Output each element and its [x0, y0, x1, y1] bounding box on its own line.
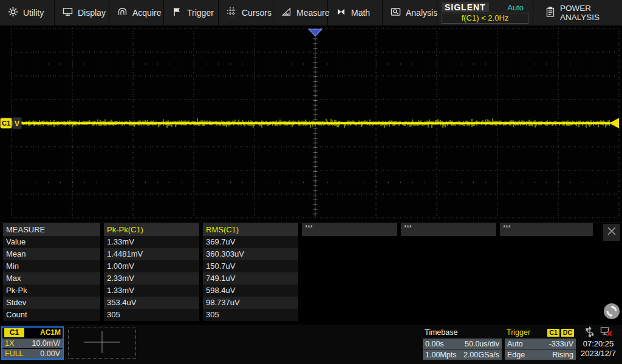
- reset-statistics-button[interactable]: [603, 303, 620, 320]
- close-icon: [606, 225, 618, 240]
- measure-icon: [281, 7, 292, 19]
- menu-item-acquire[interactable]: Acquire: [109, 0, 164, 25]
- add-channel-placeholder[interactable]: [68, 328, 136, 359]
- waveform-display[interactable]: C1 V: [0, 25, 622, 223]
- measure-cell: [302, 272, 397, 285]
- circular-arrows-icon: [603, 311, 620, 322]
- measure-cell: [401, 248, 496, 260]
- measure-panel: MEASURE Pk-Pk(C1) RMS(C1) *** *** *** Va…: [0, 223, 622, 325]
- channel1-status-box[interactable]: C1 AC1M 1X 10.0mV/ FULL 0.00V: [1, 326, 64, 360]
- measure-cell: 749.1uV: [203, 272, 298, 285]
- measure-column-empty-3[interactable]: ***: [500, 223, 593, 236]
- timebase-title: Timebase: [425, 328, 457, 337]
- channel1-coupling: AC1M: [40, 328, 61, 337]
- channel1-offset: 0.00V: [40, 349, 60, 358]
- measure-close-button[interactable]: [603, 224, 620, 241]
- measure-row-label: Pk-Pk: [3, 285, 100, 297]
- measure-column-empty-1[interactable]: ***: [302, 223, 397, 236]
- measure-column-empty-2[interactable]: ***: [401, 223, 496, 236]
- measure-cell: 305: [104, 309, 199, 321]
- measure-cell: [500, 309, 593, 321]
- trigger-mode: Auto: [507, 340, 523, 348]
- measure-column-rms[interactable]: RMS(C1): [203, 223, 298, 236]
- trigger-type: Edge: [507, 351, 525, 359]
- measure-cell: [302, 248, 397, 260]
- channel1-bandwidth: FULL: [5, 349, 24, 358]
- measure-cell: [500, 297, 593, 309]
- measure-row-label: Value: [3, 236, 100, 248]
- menu-item-power-analysis[interactable]: POWER ANALYSIS: [533, 0, 622, 25]
- lan-disconnected-icon: [600, 326, 612, 339]
- measure-cell: [302, 285, 397, 297]
- menu-item-measure[interactable]: Measure: [273, 0, 328, 25]
- trigger-level: -333uV: [549, 340, 573, 348]
- measure-row-label: Min: [3, 260, 100, 272]
- measure-cell: 1.33mV: [104, 285, 199, 297]
- trigger-status-box[interactable]: Trigger C1 DC Auto -333uV Edge Rising: [505, 327, 576, 360]
- menu-item-analysis[interactable]: Analysis: [383, 0, 437, 25]
- measure-cell: [500, 285, 593, 297]
- measure-cell: 1.00mV: [104, 260, 199, 272]
- measure-cell: [500, 248, 593, 260]
- measure-row: Count305305: [0, 309, 622, 321]
- menu-item-label: POWER ANALYSIS: [560, 4, 622, 22]
- math-icon: [336, 7, 346, 19]
- channel1-trace[interactable]: [13, 122, 610, 124]
- measure-header-row: MEASURE Pk-Pk(C1) RMS(C1) *** *** ***: [0, 223, 622, 236]
- clipboard-icon: [545, 7, 555, 19]
- clock-date: 2023/12/7: [581, 349, 616, 359]
- system-status-zone: 07:20:25 2023/12/7: [576, 327, 621, 362]
- display-icon: [63, 7, 73, 19]
- crosshair-icon: [83, 330, 121, 356]
- measure-column-pkpk[interactable]: Pk-Pk(C1): [104, 223, 199, 236]
- menu-item-math[interactable]: Math: [328, 0, 383, 25]
- menu-item-cursors[interactable]: Cursors: [219, 0, 273, 25]
- channel1-offset-marker[interactable]: C1 V: [1, 118, 22, 129]
- measure-cell: [401, 297, 496, 309]
- measure-panel-title: MEASURE: [3, 223, 100, 236]
- measure-row: Pk-Pk1.33mV598.4uV: [0, 285, 622, 297]
- measure-row: Min1.00mV150.7uV: [0, 260, 622, 272]
- graticule-and-trace: C1 V: [0, 25, 622, 223]
- menu-item-label: Math: [351, 8, 370, 18]
- measure-cell: [500, 272, 593, 285]
- svg-text:V: V: [15, 120, 20, 128]
- menu-item-trigger[interactable]: Trigger: [164, 0, 219, 25]
- menu-item-label: Trigger: [187, 8, 214, 18]
- measure-cell: [302, 260, 397, 272]
- menu-item-label: Display: [78, 8, 106, 18]
- menu-item-display[interactable]: Display: [55, 0, 109, 25]
- menu-item-label: Utility: [23, 8, 44, 18]
- analysis-icon: [391, 7, 401, 19]
- cursors-icon: [227, 7, 237, 19]
- clock-time: 07:20:25: [583, 339, 614, 349]
- timebase-samplerate: 2.00GSa/s: [463, 351, 499, 359]
- trigger-frequency-readout: f(C1) < 2.0Hz: [442, 13, 528, 24]
- measure-row-label: Stdev: [3, 297, 100, 309]
- channel1-scale: 10.0mV/: [32, 339, 60, 348]
- measure-cell: 1.4481mV: [104, 248, 199, 260]
- menu-item-label: Acquire: [132, 8, 161, 18]
- brand-logo: SIGLENT: [442, 2, 489, 12]
- menu-item-label: Analysis: [406, 8, 437, 18]
- trigger-level-marker[interactable]: [609, 118, 619, 129]
- trigger-position-marker[interactable]: [309, 29, 322, 36]
- measure-cell: 98.737uV: [203, 297, 298, 309]
- measure-cell: [302, 309, 397, 321]
- timebase-scale: 50.0us/div: [465, 340, 499, 348]
- timebase-status-box[interactable]: Timebase 0.00s 50.0us/div 1.00Mpts 2.00G…: [423, 327, 502, 360]
- measure-rows: Value1.33mV369.7uVMean1.4481mV360.303uVM…: [0, 236, 622, 321]
- trigger-coupling-badge: DC: [561, 329, 574, 337]
- channel1-probe: 1X: [5, 339, 14, 348]
- menu-item-utility[interactable]: Utility: [0, 0, 55, 25]
- measure-cell: [302, 297, 397, 309]
- status-bar: C1 AC1M 1X 10.0mV/ FULL 0.00V Timebase 0…: [0, 325, 622, 364]
- acquisition-status-block[interactable]: SIGLENT Auto f(C1) < 2.0Hz: [437, 0, 533, 25]
- menu-item-label: Measure: [296, 8, 329, 18]
- menu-item-label: Cursors: [242, 8, 272, 18]
- gear-icon: [8, 7, 18, 19]
- measure-cell: 369.7uV: [203, 236, 298, 248]
- measure-cell: 598.4uV: [203, 285, 298, 297]
- measure-row-label: Mean: [3, 248, 100, 260]
- trigger-flag-icon: [172, 7, 182, 19]
